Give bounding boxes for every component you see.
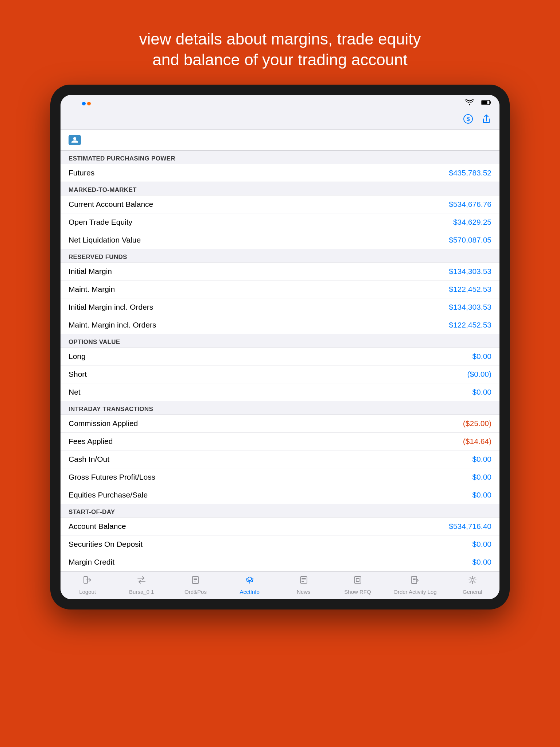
row-value-4-2: $0.00 [472,455,491,464]
data-row-5-2: Margin Credit$0.00 [61,553,499,571]
row-label-1-1: Open Trade Equity [69,218,132,227]
tab-item-ord&pos[interactable]: Ord&Pos [177,575,214,595]
row-label-2-2: Initial Margin incl. Orders [69,303,153,311]
row-label-2-0: Initial Margin [69,267,112,276]
data-row-3-2: Net$0.00 [61,383,499,401]
tab-item-general[interactable]: General [454,575,491,595]
section-group-3: OPTIONS VALUELong$0.00Short($0.00)Net$0.… [61,334,499,401]
data-row-0-0: Futures$435,783.52 [61,164,499,182]
row-value-3-2: $0.00 [472,388,491,396]
data-row-5-0: Account Balance$534,716.40 [61,517,499,535]
svg-text:$: $ [467,116,470,122]
row-label-3-1: Short [69,370,87,379]
app-toolbar: $ [61,111,499,130]
device-wrapper: $ [50,85,510,609]
tab-item-logout[interactable]: Logout [69,575,106,595]
row-value-4-0: ($25.00) [463,419,491,428]
tab-label-6: Order Activity Log [393,589,436,595]
battery-icon [481,99,491,107]
row-value-2-1: $122,452.53 [449,285,491,294]
dollar-icon[interactable]: $ [463,114,473,127]
section-header-text-1: MARKED-TO-MARKET [69,186,137,193]
data-row-1-1: Open Trade Equity$34,629.25 [61,213,499,231]
svg-rect-2 [490,101,491,104]
tab-label-1: Bursa_0 1 [129,589,154,595]
hero-section: view details about margins, trade equity… [110,0,450,85]
wifi-icon [465,99,474,107]
section-header-4: INTRADAY TRANSACTIONS [61,401,499,414]
row-value-5-1: $0.00 [472,540,491,549]
svg-rect-1 [482,101,487,104]
tab-icon-orders [191,575,200,587]
tab-icon-exchange [137,575,146,587]
section-header-text-0: ESTIMATED PURCHASING POWER [69,155,175,162]
tab-icon-news [299,575,308,587]
row-label-4-3: Gross Futures Profit/Loss [69,473,155,481]
row-value-3-1: ($0.00) [467,370,491,379]
tab-item-order-activity-log[interactable]: Order Activity Log [393,575,436,595]
tab-label-4: News [297,589,311,595]
row-value-4-3: $0.00 [472,473,491,481]
tab-icon-rfq [353,575,362,587]
svg-point-12 [471,578,474,581]
tab-item-show-rfq[interactable]: Show RFQ [339,575,376,595]
row-value-1-1: $34,629.25 [453,218,491,227]
section-group-0: ESTIMATED PURCHASING POWERFutures$435,78… [61,151,499,182]
status-left [69,98,91,108]
row-value-1-2: $570,087.05 [449,236,491,244]
svg-rect-11 [412,576,417,584]
row-value-4-1: ($14.64) [463,437,491,446]
tab-label-5: Show RFQ [344,589,371,595]
row-value-2-2: $134,303.53 [449,303,491,311]
account-header-left [69,135,85,145]
row-label-5-1: Securities On Deposit [69,540,143,549]
row-label-1-0: Current Account Balance [69,200,153,209]
data-row-2-2: Initial Margin incl. Orders$134,303.53 [61,298,499,316]
section-group-4: INTRADAY TRANSACTIONSCommission Applied(… [61,401,499,504]
section-header-5: START-OF-DAY [61,504,499,517]
tab-item-news[interactable]: News [285,575,322,595]
row-label-2-1: Maint. Margin [69,285,115,294]
tab-label-2: Ord&Pos [184,589,207,595]
data-row-4-0: Commission Applied($25.00) [61,414,499,432]
dot-1 [82,102,86,105]
share-icon[interactable] [481,114,491,127]
section-header-text-2: RESERVED FUNDS [69,253,127,260]
status-right [465,99,491,107]
device-screen: $ [61,95,499,599]
svg-point-5 [73,137,76,140]
tab-label-0: Logout [79,589,96,595]
section-header-text-3: OPTIONS VALUE [69,338,120,345]
dot-2 [87,102,91,105]
row-value-2-3: $122,452.53 [449,321,491,329]
tab-label-7: General [463,589,482,595]
data-row-4-3: Gross Futures Profit/Loss$0.00 [61,468,499,486]
hero-subtitle: view details about margins, trade equity… [139,28,421,70]
tab-item-bursa_0-1[interactable]: Bursa_0 1 [123,575,160,595]
tab-icon-log [410,575,420,587]
tab-icon-balance [245,575,254,587]
data-row-5-1: Securities On Deposit$0.00 [61,535,499,553]
data-row-4-4: Equities Purchase/Sale$0.00 [61,486,499,504]
row-label-4-0: Commission Applied [69,419,138,428]
section-header-3: OPTIONS VALUE [61,334,499,347]
data-row-4-2: Cash In/Out$0.00 [61,450,499,468]
row-label-3-0: Long [69,352,86,361]
section-group-2: RESERVED FUNDSInitial Margin$134,303.53M… [61,249,499,334]
row-value-1-0: $534,676.76 [449,200,491,209]
tab-label-3: AcctInfo [240,589,260,595]
row-label-5-2: Margin Credit [69,558,114,566]
tab-bar: LogoutBursa_0 1Ord&PosAcctInfoNewsShow R… [61,571,499,599]
row-label-4-1: Fees Applied [69,437,113,446]
svg-point-8 [248,577,252,581]
tab-icon-gear [468,575,477,587]
row-label-3-2: Net [69,388,81,396]
section-group-1: MARKED-TO-MARKETCurrent Account Balance$… [61,182,499,249]
section-header-1: MARKED-TO-MARKET [61,182,499,195]
data-row-2-1: Maint. Margin$122,452.53 [61,280,499,298]
data-row-1-2: Net Liquidation Value$570,087.05 [61,231,499,249]
dots-indicator [82,102,91,105]
tab-item-acctinfo[interactable]: AcctInfo [232,575,268,595]
row-value-2-0: $134,303.53 [449,267,491,276]
section-header-0: ESTIMATED PURCHASING POWER [61,151,499,164]
